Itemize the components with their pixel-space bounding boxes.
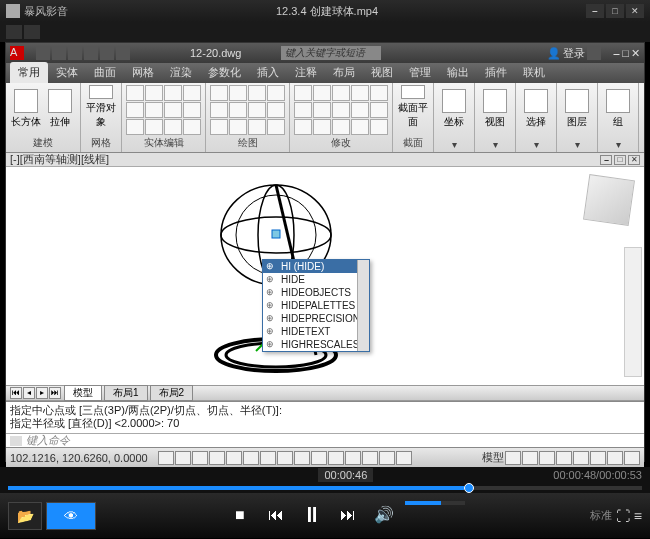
draw-tool[interactable]	[248, 85, 266, 101]
progress-thumb[interactable]	[464, 483, 474, 493]
modify-tool[interactable]	[313, 119, 331, 135]
modify-tool[interactable]	[332, 85, 350, 101]
draw-tool[interactable]	[267, 102, 285, 118]
extrude-button[interactable]: 拉伸	[44, 85, 76, 129]
status-toggle[interactable]	[607, 451, 623, 465]
draw-tool[interactable]	[210, 85, 228, 101]
tab-layout[interactable]: 布局	[325, 62, 363, 83]
player-min-button[interactable]: ‒	[586, 4, 604, 18]
draw-tool[interactable]	[267, 119, 285, 135]
status-toggle[interactable]	[175, 451, 191, 465]
stop-button[interactable]: ■	[225, 501, 255, 531]
modify-tool[interactable]	[294, 119, 312, 135]
ac-item[interactable]: HIDETEXT	[263, 325, 369, 338]
solidedit-tool[interactable]	[164, 102, 182, 118]
status-toggle[interactable]	[505, 451, 521, 465]
coord-button[interactable]: 坐标	[438, 85, 470, 129]
tab-addins[interactable]: 插件	[477, 62, 515, 83]
status-toggle[interactable]	[260, 451, 276, 465]
tab-view[interactable]: 视图	[363, 62, 401, 83]
modify-tool[interactable]	[313, 85, 331, 101]
tab-layout1[interactable]: 布局1	[104, 385, 148, 401]
layers-button[interactable]: 图层	[561, 85, 593, 129]
modify-tool[interactable]	[294, 85, 312, 101]
status-toggle[interactable]	[294, 451, 310, 465]
tab-render[interactable]: 渲染	[162, 62, 200, 83]
group-button[interactable]: 组	[602, 85, 634, 129]
progress-bar[interactable]	[0, 483, 650, 493]
quality-label[interactable]: 标准	[590, 508, 612, 523]
status-toggle[interactable]	[311, 451, 327, 465]
acad-close-button[interactable]: ✕	[631, 47, 640, 60]
nav-bar[interactable]	[624, 247, 642, 377]
status-toggle[interactable]	[192, 451, 208, 465]
acad-min-button[interactable]: ‒	[613, 47, 620, 60]
tab-layout2[interactable]: 布局2	[150, 385, 194, 401]
draw-tool[interactable]	[210, 119, 228, 135]
acad-logo[interactable]: A	[10, 46, 24, 60]
solidedit-tool[interactable]	[183, 102, 201, 118]
solidedit-tool[interactable]	[145, 85, 163, 101]
viewport-label[interactable]: [-][西南等轴测][线框]	[10, 152, 109, 167]
pause-button[interactable]: ⏸	[297, 501, 327, 531]
status-toggle[interactable]	[243, 451, 259, 465]
draw-tool[interactable]	[229, 119, 247, 135]
status-toggle[interactable]	[396, 451, 412, 465]
ac-item[interactable]: HI (HIDE)	[263, 260, 369, 273]
ac-item[interactable]: HIGHRESCALES	[263, 338, 369, 351]
mute-button[interactable]: 🔊	[369, 501, 399, 531]
draw-tool[interactable]	[229, 102, 247, 118]
ac-item[interactable]: HIDEPALETTES	[263, 299, 369, 312]
status-toggle[interactable]	[573, 451, 589, 465]
eye-mode-button[interactable]: 👁	[46, 502, 96, 530]
selection-button[interactable]: 选择	[520, 85, 552, 129]
acad-login-label[interactable]: 登录	[563, 46, 585, 61]
modify-tool[interactable]	[351, 102, 369, 118]
solidedit-tool[interactable]	[183, 85, 201, 101]
modify-tool[interactable]	[370, 119, 388, 135]
status-toggle[interactable]	[345, 451, 361, 465]
solidedit-tool[interactable]	[126, 85, 144, 101]
draw-tool[interactable]	[267, 85, 285, 101]
qat-save[interactable]	[68, 46, 82, 60]
modify-tool[interactable]	[351, 119, 369, 135]
tab-nav-prev[interactable]: ◂	[23, 387, 35, 399]
status-toggle[interactable]	[379, 451, 395, 465]
tab-solid[interactable]: 实体	[48, 62, 86, 83]
tab-output[interactable]: 输出	[439, 62, 477, 83]
status-toggle[interactable]	[590, 451, 606, 465]
fullscreen-button[interactable]: ⛶	[616, 508, 630, 524]
next-button[interactable]: ⏭	[333, 501, 363, 531]
status-toggle[interactable]	[226, 451, 242, 465]
status-toggle[interactable]	[624, 451, 640, 465]
volume-slider[interactable]	[405, 501, 465, 505]
tab-nav-next[interactable]: ▸	[36, 387, 48, 399]
vp-close-icon[interactable]: ✕	[628, 155, 640, 165]
player-close-button[interactable]: ✕	[626, 4, 644, 18]
player-toolbar-btn[interactable]	[6, 25, 22, 39]
solidedit-tool[interactable]	[126, 102, 144, 118]
tab-online[interactable]: 联机	[515, 62, 553, 83]
vp-restore-icon[interactable]: □	[614, 155, 626, 165]
tab-home[interactable]: 常用	[10, 62, 48, 83]
qat-undo[interactable]	[84, 46, 98, 60]
view-button[interactable]: 视图	[479, 85, 511, 129]
acad-max-button[interactable]: □	[622, 47, 629, 59]
qat-print[interactable]	[116, 46, 130, 60]
draw-tool[interactable]	[210, 102, 228, 118]
tab-manage[interactable]: 管理	[401, 62, 439, 83]
status-toggle[interactable]	[158, 451, 174, 465]
qat-open[interactable]	[52, 46, 66, 60]
status-toggle[interactable]	[209, 451, 225, 465]
draw-tool[interactable]	[229, 85, 247, 101]
tab-nav-last[interactable]: ⏭	[49, 387, 61, 399]
prev-button[interactable]: ⏮	[261, 501, 291, 531]
drawing-canvas[interactable]: HI (HIDE) HIDE HIDEOBJECTS HIDEPALETTES …	[6, 167, 644, 385]
solidedit-tool[interactable]	[145, 119, 163, 135]
solidedit-tool[interactable]	[183, 119, 201, 135]
acad-search-input[interactable]: 键入关键字或短语	[281, 46, 381, 60]
status-toggle[interactable]	[328, 451, 344, 465]
modify-tool[interactable]	[332, 119, 350, 135]
player-max-button[interactable]: □	[606, 4, 624, 18]
qat-new[interactable]	[36, 46, 50, 60]
